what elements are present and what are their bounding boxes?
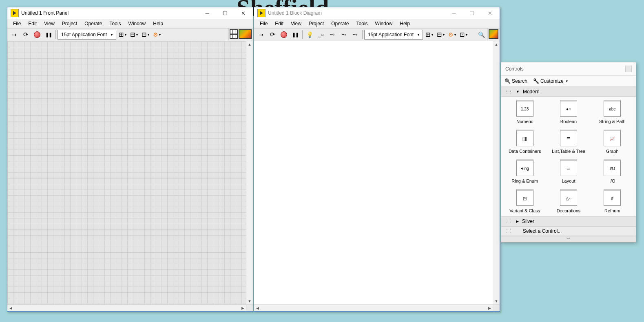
palette-grid: 1.23Numeric●○BooleanabcString & Path[[]]… xyxy=(501,97,636,216)
menu-project[interactable]: Project xyxy=(305,20,327,27)
menu-window[interactable]: Window xyxy=(372,20,396,27)
menu-help[interactable]: Help xyxy=(396,20,413,27)
connector-pane[interactable] xyxy=(230,29,238,39)
grip-icon: ⋮⋮ xyxy=(505,229,512,234)
category-modern[interactable]: ⋮⋮ ▼ Modern xyxy=(501,87,636,97)
palette-item-layout[interactable]: ▭Layout xyxy=(547,159,590,183)
run-button[interactable] xyxy=(9,29,20,40)
minimize-button[interactable]: ─ xyxy=(445,7,463,19)
palette-item-ring-enum[interactable]: RingRing & Enum xyxy=(503,159,547,183)
close-button[interactable]: ✕ xyxy=(234,7,252,19)
palette-item-refnum[interactable]: #Refnum xyxy=(591,189,634,213)
menu-project[interactable]: Project xyxy=(59,20,80,27)
resize-objects-button[interactable] xyxy=(140,29,150,40)
palette-item-boolean[interactable]: ●○Boolean xyxy=(547,100,590,124)
step-into-button[interactable] xyxy=(327,29,338,40)
menu-view[interactable]: View xyxy=(288,20,305,27)
palette-item-graph[interactable]: 📈Graph xyxy=(591,130,634,154)
palette-item-label: List,Table & Tree xyxy=(552,149,585,154)
palette-item-i-o[interactable]: I/OI/O xyxy=(591,159,634,183)
pin-button[interactable] xyxy=(625,66,632,72)
palette-item-string-path[interactable]: abcString & Path xyxy=(591,100,634,124)
palette-item-label: Refnum xyxy=(604,208,620,213)
front-panel-titlebar[interactable]: Untitled 1 Front Panel ─ ☐ ✕ xyxy=(7,7,253,19)
highlight-execution-button[interactable] xyxy=(304,29,315,40)
pause-button[interactable] xyxy=(43,29,54,40)
vi-icon[interactable] xyxy=(489,29,498,39)
palette-item-label: Decorations xyxy=(557,208,581,213)
palette-title: Controls xyxy=(505,66,524,72)
step-out-button[interactable] xyxy=(350,29,361,40)
palette-item-icon: 1.23 xyxy=(516,100,533,117)
block-diagram-titlebar[interactable]: Untitled 1 Block Diagram ─ ☐ ✕ xyxy=(254,7,500,19)
horizontal-scrollbar[interactable]: ◀▶ xyxy=(254,304,500,311)
abort-button[interactable] xyxy=(279,29,289,40)
vertical-scrollbar[interactable]: ▲▼ xyxy=(493,41,500,304)
align-objects-button[interactable] xyxy=(424,29,434,40)
palette-item-list-table-tree[interactable]: ☰List,Table & Tree xyxy=(547,130,590,154)
distribute-objects-button[interactable] xyxy=(435,29,446,40)
palette-item-numeric[interactable]: 1.23Numeric xyxy=(503,100,547,124)
search-label: Search xyxy=(512,78,527,84)
run-button[interactable] xyxy=(256,29,266,40)
palette-item-label: String & Path xyxy=(599,119,626,124)
menu-file[interactable]: File xyxy=(10,20,24,27)
category-label: Modern xyxy=(523,89,540,95)
menu-operate[interactable]: Operate xyxy=(328,20,352,27)
toolbar: 15pt Application Font▼ xyxy=(7,28,253,41)
reorder-button[interactable] xyxy=(458,29,469,40)
menu-operate[interactable]: Operate xyxy=(81,20,105,27)
window-title: Untitled 1 Front Panel xyxy=(21,10,198,16)
vi-icon[interactable] xyxy=(239,29,252,39)
select-control-row[interactable]: ⋮⋮ Select a Control... xyxy=(501,226,636,236)
palette-titlebar[interactable]: Controls xyxy=(501,62,636,76)
search-button[interactable] xyxy=(476,29,487,40)
palette-item-icon: Ring xyxy=(516,159,533,176)
menu-edit[interactable]: Edit xyxy=(272,20,287,27)
customize-button[interactable]: Customize▼ xyxy=(533,78,569,84)
front-panel-canvas[interactable] xyxy=(7,41,246,304)
palette-item-data-containers[interactable]: [[]]Data Containers xyxy=(503,130,547,154)
labview-icon xyxy=(11,9,19,17)
menu-window[interactable]: Window xyxy=(125,20,149,27)
menu-view[interactable]: View xyxy=(41,20,58,27)
icon-pane[interactable] xyxy=(487,28,500,40)
distribute-objects-button[interactable] xyxy=(128,29,139,40)
horizontal-scrollbar[interactable]: ◀▶ xyxy=(7,304,253,311)
font-selector[interactable]: 15pt Application Font▼ xyxy=(364,30,423,40)
category-silver[interactable]: ⋮⋮ ▶ Silver xyxy=(501,216,636,226)
canvas-area: ▲▼ xyxy=(254,41,500,304)
menu-edit[interactable]: Edit xyxy=(25,20,40,27)
reorder-button[interactable] xyxy=(151,29,162,40)
palette-item-label: Boolean xyxy=(560,119,577,124)
minimize-button[interactable]: ─ xyxy=(198,7,216,19)
close-button[interactable]: ✕ xyxy=(481,7,499,19)
menubar: File Edit View Project Operate Tools Win… xyxy=(7,19,253,28)
run-continuously-button[interactable] xyxy=(20,29,31,40)
cleanup-diagram-button[interactable] xyxy=(447,29,457,40)
customize-label: Customize xyxy=(540,78,564,84)
pause-button[interactable] xyxy=(290,29,301,40)
palette-item-variant-class[interactable]: ◳Variant & Class xyxy=(503,189,547,213)
palette-item-icon: ▭ xyxy=(560,159,577,176)
step-over-button[interactable] xyxy=(339,29,349,40)
menu-file[interactable]: File xyxy=(257,20,271,27)
block-diagram-canvas[interactable] xyxy=(254,41,493,304)
font-selector[interactable]: 15pt Application Font▼ xyxy=(58,30,116,40)
retain-wire-values-button[interactable] xyxy=(316,29,326,40)
abort-button[interactable] xyxy=(32,29,42,40)
menu-tools[interactable]: Tools xyxy=(353,20,371,27)
menu-help[interactable]: Help xyxy=(150,20,166,27)
palette-item-decorations[interactable]: △○Decorations xyxy=(547,189,590,213)
expand-bar[interactable]: ︾ xyxy=(501,236,636,242)
menu-tools[interactable]: Tools xyxy=(106,20,124,27)
maximize-button[interactable]: ☐ xyxy=(216,7,234,19)
palette-search-button[interactable]: Search xyxy=(505,78,527,84)
maximize-button[interactable]: ☐ xyxy=(463,7,481,19)
palette-item-icon: △○ xyxy=(560,189,577,206)
run-continuously-button[interactable] xyxy=(267,29,278,40)
labview-icon xyxy=(257,9,266,17)
icon-pane[interactable] xyxy=(228,28,253,40)
vertical-scrollbar[interactable]: ▲▼ xyxy=(246,41,253,304)
align-objects-button[interactable] xyxy=(117,29,128,40)
